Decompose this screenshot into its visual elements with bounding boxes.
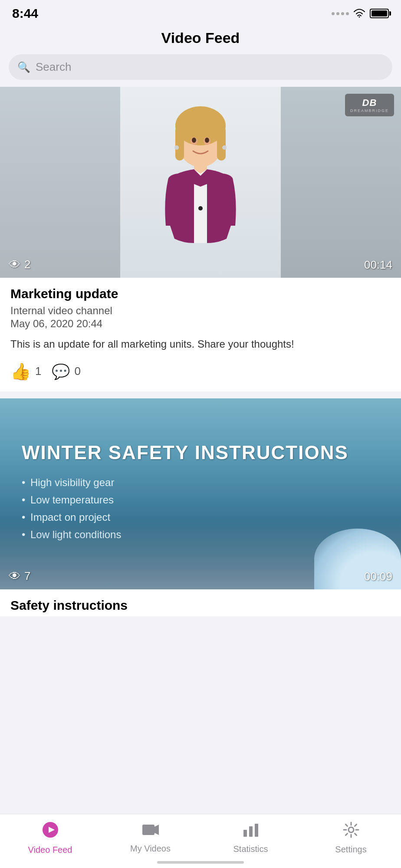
video-1-actions: 👍 1 💬 0 <box>10 360 391 385</box>
tab-my-videos[interactable]: My Videos <box>100 822 200 854</box>
like-count: 1 <box>35 365 41 378</box>
video-1-overlay: 👁 2 00:14 <box>0 251 401 278</box>
thumbnail-image-2: WINTER SAFETY INSTRUCTIONS High visibili… <box>0 398 401 589</box>
svg-point-11 <box>192 138 196 143</box>
winter-title: WINTER SAFETY INSTRUCTIONS <box>22 442 379 464</box>
signal-icon <box>332 12 349 15</box>
video-1-title: Marketing update <box>10 286 391 301</box>
video-2-info: Safety instructions <box>0 589 401 616</box>
statistics-icon <box>243 822 259 842</box>
svg-point-13 <box>174 145 179 150</box>
search-bar[interactable]: 🔍 Search <box>9 54 392 80</box>
search-input[interactable]: Search <box>36 60 71 74</box>
settings-icon <box>343 822 359 842</box>
svg-point-22 <box>348 827 354 832</box>
svg-rect-17 <box>142 825 154 835</box>
search-container: 🔍 Search <box>0 54 401 87</box>
battery-icon <box>370 9 389 18</box>
svg-rect-21 <box>255 824 258 837</box>
comment-count: 0 <box>74 365 80 378</box>
svg-point-14 <box>222 145 227 150</box>
my-videos-icon <box>142 822 159 841</box>
video-1-info: Marketing update Internal video channel … <box>0 278 401 391</box>
tab-settings-label: Settings <box>335 845 366 855</box>
comment-action[interactable]: 💬 0 <box>52 363 80 380</box>
search-icon: 🔍 <box>17 61 30 73</box>
video-2-title: Safety instructions <box>10 598 391 613</box>
tab-bar: Video Feed My Videos Statistics Set <box>0 814 401 868</box>
video-card-1: DB DREAMBRIDGE 👁 2 00:14 Marketing updat… <box>0 87 401 391</box>
winter-bullet-2: Low temperatures <box>22 494 379 506</box>
video-thumbnail-2[interactable]: WINTER SAFETY INSTRUCTIONS High visibili… <box>0 398 401 589</box>
home-indicator <box>157 861 244 864</box>
video-thumbnail-1[interactable]: DB DREAMBRIDGE 👁 2 00:14 <box>0 87 401 278</box>
video-card-2: WINTER SAFETY INSTRUCTIONS High visibili… <box>0 398 401 616</box>
wifi-icon <box>353 9 365 18</box>
winter-bullet-1: High visibility gear <box>22 477 379 489</box>
page-header: Video Feed <box>0 25 401 54</box>
status-bar: 8:44 <box>0 0 401 25</box>
video-2-views: 👁 7 <box>9 569 30 583</box>
tab-my-videos-label: My Videos <box>130 844 171 854</box>
tab-statistics[interactable]: Statistics <box>200 822 301 854</box>
svg-marker-18 <box>154 825 159 835</box>
like-action[interactable]: 👍 1 <box>10 362 41 381</box>
svg-point-6 <box>198 206 203 210</box>
tab-video-feed[interactable]: Video Feed <box>0 821 100 855</box>
status-icons <box>332 9 389 18</box>
video-1-channel: Internal video channel <box>10 305 391 317</box>
svg-rect-3 <box>217 126 226 161</box>
eye-icon-2: 👁 <box>9 569 21 583</box>
video-1-date: May 06, 2020 20:44 <box>10 318 391 330</box>
video-1-view-count: 2 <box>24 258 30 271</box>
tab-video-feed-label: Video Feed <box>28 845 72 855</box>
tab-statistics-label: Statistics <box>233 844 268 854</box>
db-logo: DB DREAMBRIDGE <box>345 94 394 116</box>
video-1-duration: 00:14 <box>364 258 392 272</box>
page-title: Video Feed <box>0 30 401 46</box>
thumbs-up-icon: 👍 <box>10 362 31 381</box>
video-1-views: 👁 2 <box>9 257 30 272</box>
db-logo-text: DB <box>362 97 377 108</box>
eye-icon: 👁 <box>9 257 21 272</box>
svg-rect-2 <box>175 126 184 161</box>
video-2-overlay: 👁 7 00:09 <box>0 563 401 589</box>
db-logo-sub: DREAMBRIDGE <box>350 108 389 113</box>
video-2-view-count: 7 <box>24 569 30 583</box>
svg-rect-19 <box>243 830 247 837</box>
comment-icon: 💬 <box>52 363 70 380</box>
video-feed-icon <box>42 821 59 842</box>
svg-point-12 <box>205 138 209 143</box>
thumbnail-image-1: DB DREAMBRIDGE 👁 2 00:14 <box>0 87 401 278</box>
tab-settings[interactable]: Settings <box>301 822 401 855</box>
status-time: 8:44 <box>12 6 38 21</box>
video-1-description: This is an update for all marketing unit… <box>10 337 391 352</box>
svg-rect-20 <box>249 826 253 837</box>
video-2-duration: 00:09 <box>364 570 392 583</box>
